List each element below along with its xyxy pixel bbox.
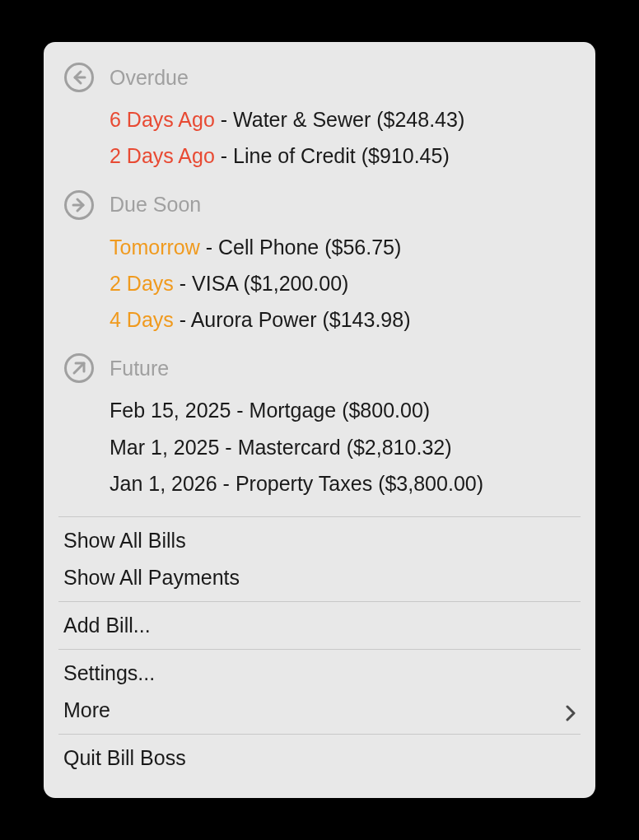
bill-name: Aurora Power xyxy=(191,308,317,331)
future-header: Future xyxy=(63,352,576,384)
arrow-up-right-circle-icon xyxy=(63,352,95,384)
overdue-header: Overdue xyxy=(63,62,576,93)
bill-sep: - xyxy=(200,236,218,259)
arrow-right-circle-icon xyxy=(63,189,95,221)
bill-item[interactable]: Feb 15, 2025 - Mortgage ($800.00) xyxy=(110,395,576,425)
duesoon-list: Tomorrow - Cell Phone ($56.75) 2 Days - … xyxy=(63,232,576,335)
bill-date: 4 Days xyxy=(110,308,174,331)
menu-group-settings: Settings... More xyxy=(44,650,595,734)
bill-amount: ($800.00) xyxy=(342,399,430,422)
overdue-title: Overdue xyxy=(110,66,189,90)
arrow-left-circle-icon xyxy=(63,62,95,93)
quit-button[interactable]: Quit Bill Boss xyxy=(44,740,595,777)
bill-sep: - xyxy=(215,108,233,131)
bill-amount: ($910.45) xyxy=(361,144,450,167)
bill-name: VISA xyxy=(192,272,238,295)
bill-date: Feb 15, 2025 xyxy=(110,399,231,422)
bill-item[interactable]: Tomorrow - Cell Phone ($56.75) xyxy=(110,232,576,262)
chevron-right-icon xyxy=(566,702,576,719)
settings-button[interactable]: Settings... xyxy=(44,655,595,692)
bill-amount: ($56.75) xyxy=(324,236,401,259)
menu-group-add: Add Bill... xyxy=(44,602,595,649)
bill-amount: ($3,800.00) xyxy=(378,472,483,495)
bill-amount: ($143.98) xyxy=(322,308,410,331)
bill-amount: ($2,810.32) xyxy=(347,436,452,459)
bill-date: 6 Days Ago xyxy=(110,108,215,131)
overdue-section: Overdue 6 Days Ago - Water & Sewer ($248… xyxy=(44,62,595,171)
bill-sep: - xyxy=(174,308,191,331)
menu-label: Show All Payments xyxy=(63,566,240,590)
future-title: Future xyxy=(110,357,169,380)
menu-group-show: Show All Bills Show All Payments xyxy=(44,517,595,601)
bill-sep: - xyxy=(231,399,249,422)
bill-date: 2 Days Ago xyxy=(110,144,215,167)
bill-boss-panel: Overdue 6 Days Ago - Water & Sewer ($248… xyxy=(44,42,595,798)
show-all-payments-button[interactable]: Show All Payments xyxy=(44,559,595,596)
menu-label: Quit Bill Boss xyxy=(63,746,186,770)
bill-name: Cell Phone xyxy=(218,236,319,259)
bill-sep: - xyxy=(215,144,233,167)
future-list: Feb 15, 2025 - Mortgage ($800.00) Mar 1,… xyxy=(63,395,576,498)
bill-item[interactable]: 6 Days Ago - Water & Sewer ($248.43) xyxy=(110,105,576,134)
menu-label: More xyxy=(63,698,110,722)
bill-item[interactable]: Mar 1, 2025 - Mastercard ($2,810.32) xyxy=(110,432,576,462)
menu-group-quit: Quit Bill Boss xyxy=(44,735,595,782)
bill-item[interactable]: 2 Days Ago - Line of Credit ($910.45) xyxy=(110,141,576,170)
bill-date: 2 Days xyxy=(110,272,174,295)
bill-name: Water & Sewer xyxy=(233,108,371,131)
bill-name: Property Taxes xyxy=(236,472,372,495)
bill-amount: ($248.43) xyxy=(376,108,464,131)
overdue-list: 6 Days Ago - Water & Sewer ($248.43) 2 D… xyxy=(63,105,576,171)
more-button[interactable]: More xyxy=(44,692,595,729)
bill-item[interactable]: Jan 1, 2026 - Property Taxes ($3,800.00) xyxy=(110,469,576,498)
bill-name: Mortgage xyxy=(250,399,337,422)
menu-label: Add Bill... xyxy=(63,614,151,637)
future-section: Future Feb 15, 2025 - Mortgage ($800.00)… xyxy=(44,352,595,498)
bill-date: Jan 1, 2026 xyxy=(110,472,217,495)
bill-sep: - xyxy=(219,436,237,459)
bill-date: Tomorrow xyxy=(110,236,200,259)
menu-label: Show All Bills xyxy=(63,529,186,553)
bill-sep: - xyxy=(174,272,192,295)
svg-line-5 xyxy=(74,363,84,373)
duesoon-header: Due Soon xyxy=(63,189,576,221)
menu-label: Settings... xyxy=(63,661,155,685)
bill-amount: ($1,200.00) xyxy=(244,272,349,295)
add-bill-button[interactable]: Add Bill... xyxy=(44,607,595,644)
duesoon-section: Due Soon Tomorrow - Cell Phone ($56.75) … xyxy=(44,189,595,335)
bill-date: Mar 1, 2025 xyxy=(110,436,219,459)
duesoon-title: Due Soon xyxy=(110,193,201,217)
bill-item[interactable]: 4 Days - Aurora Power ($143.98) xyxy=(110,305,576,334)
bill-name: Mastercard xyxy=(238,436,341,459)
bill-name: Line of Credit xyxy=(233,144,356,167)
show-all-bills-button[interactable]: Show All Bills xyxy=(44,522,595,559)
bill-sep: - xyxy=(217,472,236,495)
bill-item[interactable]: 2 Days - VISA ($1,200.00) xyxy=(110,268,576,298)
